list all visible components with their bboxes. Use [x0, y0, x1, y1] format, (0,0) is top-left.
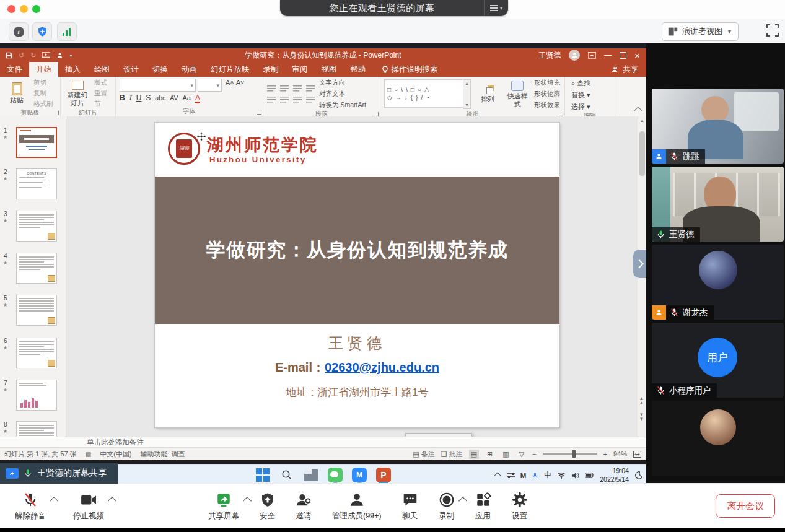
- mac-close-button[interactable]: [7, 5, 15, 13]
- toolbar-caret-sharescreen[interactable]: [243, 497, 252, 505]
- numbering-icon[interactable]: [280, 85, 289, 92]
- font-style-button-I[interactable]: I: [129, 94, 132, 103]
- align-left-icon[interactable]: [267, 96, 276, 103]
- align-center-icon[interactable]: [280, 96, 289, 103]
- zoom-percent[interactable]: 94%: [613, 450, 627, 458]
- dialog-launcher-icon[interactable]: [55, 111, 59, 115]
- slide-thumbnail-8[interactable]: [16, 421, 57, 437]
- start-button[interactable]: [255, 466, 271, 483]
- ppt-tab-插入[interactable]: 插入: [58, 62, 87, 77]
- select-button[interactable]: 选择 ▾: [571, 102, 590, 111]
- font-style-button-Aa[interactable]: Aa: [183, 94, 191, 102]
- text-direction-button[interactable]: 文字方向: [319, 79, 366, 87]
- restore-icon[interactable]: [620, 52, 626, 59]
- meeting-info-button[interactable]: i: [9, 22, 29, 41]
- ppt-tab-设计[interactable]: 设计: [116, 62, 146, 77]
- bullets-icon[interactable]: [267, 85, 276, 92]
- reading-view-button[interactable]: ▥: [501, 450, 511, 459]
- font-name-combo[interactable]: ▾: [120, 79, 196, 92]
- shrink-font-icon[interactable]: A˅: [236, 79, 245, 92]
- sliders-icon[interactable]: [507, 472, 515, 479]
- participant-tile-partial[interactable]: [652, 401, 784, 476]
- taskbar-meeting-app[interactable]: M: [351, 466, 368, 483]
- shape-outline-button[interactable]: 形状轮廓: [534, 90, 560, 98]
- toolbar-caret-record[interactable]: [458, 497, 467, 505]
- mac-minimize-button[interactable]: [20, 5, 28, 13]
- ppt-tab-幻灯片放映[interactable]: 幻灯片放映: [204, 62, 257, 77]
- ppt-tab-帮助[interactable]: 帮助: [344, 62, 373, 77]
- speaker-view-button[interactable]: 演讲者视图 ▼: [662, 22, 739, 41]
- save-icon[interactable]: [6, 52, 12, 59]
- font-style-button-U[interactable]: U: [136, 94, 142, 102]
- toolbar-caret-unmute[interactable]: [50, 497, 58, 505]
- banner-menu-button[interactable]: ▾: [484, 0, 508, 16]
- focus-assist-moon-icon[interactable]: [634, 471, 642, 479]
- ppt-tab-切换[interactable]: 切换: [146, 62, 175, 77]
- layout-button[interactable]: 版式: [94, 79, 107, 87]
- comments-toggle-button[interactable]: ❑ 批注: [441, 450, 463, 459]
- language-indicator[interactable]: 中文(中国): [100, 450, 131, 459]
- ppt-share-button[interactable]: 共享: [612, 64, 646, 75]
- presenter-icon[interactable]: [56, 52, 63, 59]
- battery-icon[interactable]: [585, 473, 594, 478]
- tray-mic-icon[interactable]: [532, 471, 538, 480]
- next-slide-button[interactable]: ▼▼: [638, 412, 646, 421]
- slideshow-view-button[interactable]: ▽: [517, 450, 526, 459]
- previous-slide-button[interactable]: ▲▲: [638, 396, 646, 405]
- font-style-button-A[interactable]: A: [195, 94, 200, 103]
- zoom-slider-thumb[interactable]: [572, 450, 576, 458]
- ppt-tab-动画[interactable]: 动画: [175, 62, 204, 77]
- account-avatar[interactable]: [569, 50, 580, 61]
- quick-styles-button[interactable]: 快速样式: [504, 81, 530, 108]
- slide-thumbnail-4[interactable]: [16, 253, 57, 284]
- slide-thumbnail-pane[interactable]: 1★2★CONTENTS3★4★5★6★7★8★: [0, 116, 66, 437]
- security-shield-button[interactable]: [32, 22, 52, 41]
- toolbar-button-unmute[interactable]: 解除静音: [15, 491, 46, 521]
- fit-slide-icon[interactable]: [633, 451, 641, 458]
- zoom-out-button[interactable]: −: [532, 450, 536, 458]
- reset-button[interactable]: 重置: [94, 89, 107, 98]
- toolbar-button-security[interactable]: 安全: [260, 491, 275, 521]
- new-slide-button[interactable]: 新建幻灯片: [64, 81, 90, 107]
- ppt-tab-绘图[interactable]: 绘图: [87, 62, 116, 77]
- toolbar-button-settings[interactable]: 设置: [512, 491, 528, 521]
- shape-fill-button[interactable]: 形状填充: [534, 79, 560, 87]
- participant-tile-跳跳[interactable]: 跳跳: [652, 89, 784, 164]
- taskbar-powerpoint-app[interactable]: P: [375, 466, 392, 483]
- find-button[interactable]: ⌕ 查找: [571, 79, 590, 88]
- format-painter-button[interactable]: 格式刷: [33, 100, 53, 108]
- taskbar-search-button[interactable]: [279, 466, 296, 483]
- shape-effects-button[interactable]: 形状效果: [534, 101, 560, 110]
- toolbar-caret-stopvideo[interactable]: [108, 497, 116, 505]
- font-style-button-B[interactable]: B: [120, 94, 125, 102]
- slide-thumbnail-5[interactable]: [16, 295, 57, 326]
- undo-icon[interactable]: ↺: [19, 51, 24, 59]
- notes-toggle-button[interactable]: ▤ 备注: [413, 450, 434, 459]
- accessibility-status[interactable]: 辅助功能: 调查: [141, 450, 185, 459]
- slide-thumbnail-1[interactable]: [16, 127, 57, 158]
- indent-icon[interactable]: [293, 85, 302, 92]
- smartart-button[interactable]: 转换为 SmartArt: [319, 101, 366, 110]
- shapes-gallery-scroll[interactable]: ▲▼: [463, 79, 471, 109]
- fullscreen-button[interactable]: [766, 24, 781, 38]
- ppt-tab-视图[interactable]: 视图: [315, 62, 344, 77]
- slide-thumbnail-2[interactable]: CONTENTS: [16, 168, 57, 199]
- scroll-up-icon[interactable]: ▲: [640, 118, 644, 123]
- mac-zoom-button[interactable]: [32, 5, 40, 13]
- tell-me-search[interactable]: 操作说明搜索: [382, 64, 438, 75]
- tray-hidden-icons-button[interactable]: [493, 473, 501, 481]
- dialog-launcher-icon[interactable]: [374, 112, 379, 116]
- toolbar-button-stopvideo[interactable]: 停止视频: [73, 491, 104, 521]
- ppt-tab-开始[interactable]: 开始: [29, 62, 58, 77]
- qat-caret-icon[interactable]: ▾: [69, 53, 72, 58]
- align-right-icon[interactable]: [293, 96, 302, 103]
- sidebar-collapse-handle[interactable]: [633, 250, 646, 278]
- slide-sorter-view-button[interactable]: ⊞: [485, 450, 494, 459]
- dialog-launcher-icon[interactable]: [559, 112, 563, 116]
- toolbar-button-apps[interactable]: 应用: [475, 491, 491, 521]
- network-stats-button[interactable]: [57, 22, 77, 41]
- ppt-tab-审阅[interactable]: 审阅: [286, 62, 315, 77]
- participant-tile-王贤德[interactable]: 王贤德: [652, 167, 784, 242]
- justify-icon[interactable]: [306, 96, 315, 103]
- close-icon[interactable]: ×: [634, 50, 640, 61]
